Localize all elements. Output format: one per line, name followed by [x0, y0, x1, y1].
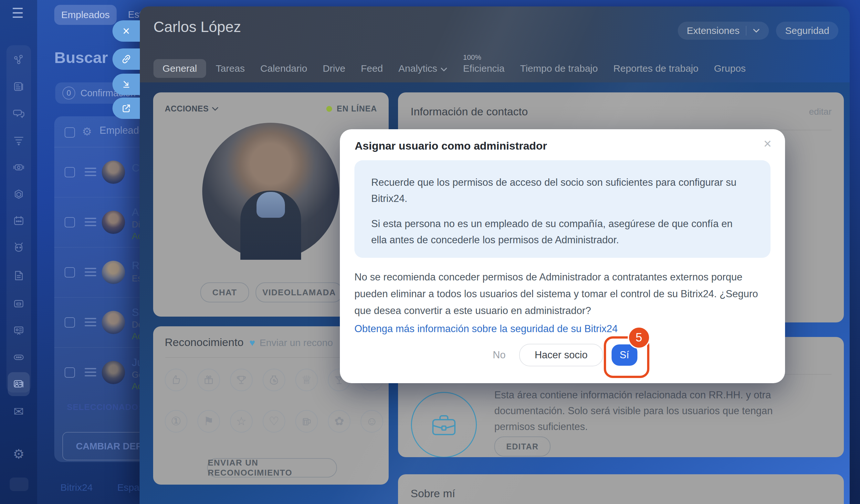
settings-gear-icon[interactable]: ⚙: [12, 446, 25, 461]
drive-icon[interactable]: [12, 297, 25, 310]
briefcase-icon: [428, 409, 460, 441]
tab-tareas[interactable]: Tareas: [216, 59, 245, 78]
trophy-badge[interactable]: [230, 369, 253, 391]
hr-edit-button[interactable]: EDITAR: [494, 436, 550, 457]
extensions-button[interactable]: Extensiones: [678, 21, 769, 40]
send-recognition-button[interactable]: ENVIAR UN RECONOCIMIENTO: [207, 458, 337, 477]
tab-reportes-de-trabajo[interactable]: Reportes de trabajo: [613, 59, 699, 78]
chevron-down-icon: [753, 28, 760, 33]
employees-icon[interactable]: [12, 378, 25, 391]
money-bag-badge[interactable]: [263, 369, 285, 391]
footer-brand[interactable]: Bitrix24: [60, 482, 93, 493]
contact-info-title: Información de contacto: [411, 105, 528, 118]
divider: [746, 26, 746, 35]
crown-badge[interactable]: ♕: [295, 369, 318, 391]
row-checkbox[interactable]: [64, 267, 75, 277]
sidebar: ☰ ✉ ⚙: [0, 0, 37, 504]
tab-eficiencia[interactable]: 100%Eficiencia: [463, 59, 504, 78]
row-checkbox[interactable]: [64, 167, 75, 177]
open-new-window-button[interactable]: [112, 98, 140, 119]
row-checkbox[interactable]: [64, 217, 75, 228]
chat-icon[interactable]: [12, 107, 25, 120]
security-info-link[interactable]: Obtenga más información sobre la segurid…: [354, 323, 618, 335]
sidebar-bottom-widget[interactable]: [10, 477, 28, 491]
actions-dropdown[interactable]: ACCIONES: [165, 104, 218, 113]
minimize-slider-button[interactable]: [112, 74, 140, 95]
flower-badge[interactable]: ✿: [328, 410, 350, 433]
tab-analytics[interactable]: Analytics: [398, 59, 447, 78]
hr-description: Esta área contiene información relaciona…: [494, 387, 814, 434]
drag-handle-icon[interactable]: [85, 268, 96, 276]
calendar-icon[interactable]: [12, 214, 25, 227]
video-call-icon[interactable]: [12, 161, 25, 174]
modal-close-icon[interactable]: ×: [763, 137, 772, 150]
profile-header: Carlos López General Tareas Calendario D…: [140, 6, 850, 82]
drag-handle-icon[interactable]: [85, 318, 96, 326]
select-all-checkbox[interactable]: [64, 127, 75, 138]
video-call-button[interactable]: VIDEOLLAMADA: [256, 282, 343, 302]
assign-admin-modal: Asignar usuario como administrador × Rec…: [340, 129, 785, 383]
chat-button[interactable]: CHAT: [200, 282, 249, 302]
modal-warning-text: No se recomienda conceder permisos de Ad…: [354, 269, 774, 319]
thumbs-up-badge[interactable]: [165, 369, 187, 391]
flag-badge[interactable]: ⚑: [197, 410, 220, 433]
profile-tabs: General Tareas Calendario Drive Feed Ana…: [154, 59, 761, 78]
tab-estructura[interactable]: Est: [128, 9, 141, 20]
close-slider-button[interactable]: ×: [112, 20, 140, 42]
tab-drive[interactable]: Drive: [323, 59, 345, 78]
annotation-step-badge: 5: [628, 326, 650, 349]
drag-handle-icon[interactable]: [85, 368, 96, 376]
marketplace-icon[interactable]: [12, 188, 25, 201]
avatar: [102, 161, 125, 184]
make-partner-button[interactable]: Hacer socio: [519, 344, 603, 366]
crm-funnel-icon[interactable]: [12, 133, 25, 146]
filter-count-badge: 0: [62, 87, 75, 100]
tab-calendario[interactable]: Calendario: [260, 59, 307, 78]
ai-bot-icon[interactable]: [12, 241, 25, 254]
recognition-title: Reconocimiento: [165, 336, 244, 349]
payments-icon[interactable]: [12, 351, 25, 364]
smiley-badge[interactable]: ☺: [360, 410, 383, 433]
modal-title: Asignar usuario como administrador: [355, 140, 547, 152]
list-settings-gear-icon[interactable]: ⚙: [82, 126, 92, 137]
hamburger-menu-icon[interactable]: ☰: [12, 6, 24, 20]
news-feed-icon[interactable]: [12, 80, 25, 93]
network-icon[interactable]: [12, 54, 25, 67]
medal-one-badge[interactable]: ①: [165, 410, 187, 433]
documents-icon[interactable]: [12, 269, 25, 282]
beer-badge[interactable]: [295, 410, 318, 433]
heart-badge[interactable]: ♡: [263, 410, 285, 433]
send-recognition-link[interactable]: Enviar un recono: [260, 337, 333, 348]
drag-handle-icon[interactable]: [85, 168, 96, 176]
copy-link-button[interactable]: [112, 48, 140, 70]
star-badge[interactable]: ☆: [230, 410, 253, 433]
about-me-card: Sobre mí: [398, 474, 844, 504]
about-me-title: Sobre mí: [411, 487, 455, 500]
column-header-employee: Empleado: [100, 125, 145, 136]
heart-icon: ♥: [249, 337, 255, 348]
external-link-icon: [121, 103, 132, 114]
link-icon: [121, 54, 132, 64]
tab-grupos[interactable]: Grupos: [714, 59, 746, 78]
webinar-icon[interactable]: [12, 324, 25, 337]
drag-handle-icon[interactable]: [85, 218, 96, 226]
gift-badge[interactable]: [197, 369, 220, 391]
employee-subtitle: Di: [132, 220, 140, 230]
collapse-arrow-icon: [121, 79, 132, 90]
tab-tiempo-de-trabajo[interactable]: Tiempo de trabajo: [520, 59, 598, 78]
chevron-down-icon: [440, 63, 447, 74]
info-paragraph: Si esta persona no es un empleado de su …: [371, 216, 743, 248]
tab-feed[interactable]: Feed: [361, 59, 383, 78]
efficiency-value: 100%: [463, 53, 481, 62]
security-button[interactable]: Seguridad: [776, 21, 838, 40]
modal-buttons-row: No Hacer socio Sí 5: [340, 344, 785, 366]
row-checkbox[interactable]: [64, 368, 75, 378]
tab-general[interactable]: General: [154, 59, 206, 78]
mail-icon[interactable]: ✉: [12, 404, 25, 419]
tab-empleados[interactable]: Empleados: [54, 5, 117, 25]
footer-language[interactable]: Espa: [117, 482, 139, 493]
no-button[interactable]: No: [488, 349, 511, 361]
row-checkbox[interactable]: [64, 317, 75, 328]
avatar: [102, 361, 125, 384]
contact-edit-link[interactable]: editar: [809, 106, 832, 117]
